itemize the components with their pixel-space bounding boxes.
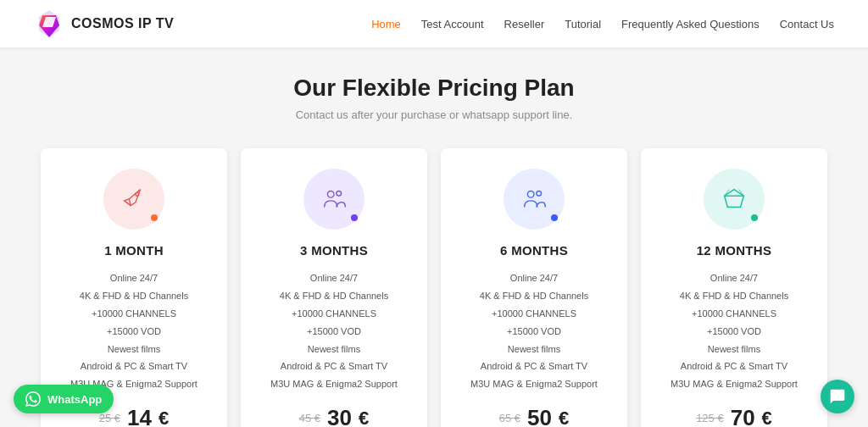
svg-point-4 [327, 191, 334, 198]
whatsapp-icon [25, 391, 41, 407]
plan-card-6months: 6 MONTHSOnline 24/74K & FHD & HD Channel… [441, 148, 627, 427]
plan-card-12months: 12 MONTHSOnline 24/74K & FHD & HD Channe… [641, 148, 827, 427]
feature-item: +15000 VOD [54, 323, 214, 341]
price-old: 25 € [99, 412, 120, 424]
feature-item: 4K & FHD & HD Channels [54, 287, 214, 305]
feature-item: Android & PC & Smart TV [54, 358, 214, 375]
feature-item: Newest films [454, 341, 614, 358]
plan-features-3months: Online 24/74K & FHD & HD Channels+10000 … [254, 269, 414, 393]
plans-section: 1 MONTHOnline 24/74K & FHD & HD Channels… [0, 135, 868, 427]
svg-point-6 [527, 191, 534, 198]
feature-item: M3U MAG & Enigma2 Support [654, 375, 814, 393]
plan-name-3months: 3 MONTHS [254, 243, 414, 258]
price-old: 45 € [299, 412, 320, 424]
plan-card-3months: 3 MONTHSOnline 24/74K & FHD & HD Channel… [241, 148, 427, 427]
feature-item: Android & PC & Smart TV [654, 358, 814, 375]
price-new: 14 [127, 405, 152, 427]
feature-item: Newest films [254, 341, 414, 358]
price-old: 65 € [499, 412, 520, 424]
hero-section: Our Flexible Pricing Plan Contact us aft… [0, 47, 868, 135]
feature-item: Android & PC & Smart TV [454, 358, 614, 375]
feature-item: Android & PC & Smart TV [254, 358, 414, 375]
plan-features-1month: Online 24/74K & FHD & HD Channels+10000 … [54, 269, 214, 393]
feature-item: Newest films [654, 341, 814, 358]
nav-link-test-account[interactable]: Test Account [421, 18, 484, 30]
logo-icon [34, 8, 64, 39]
price-currency: € [559, 408, 569, 427]
feature-item: 4K & FHD & HD Channels [654, 287, 814, 305]
feature-item: 4K & FHD & HD Channels [254, 287, 414, 305]
feature-item: Newest films [54, 341, 214, 358]
price-old: 125 € [696, 412, 724, 424]
svg-point-7 [537, 191, 542, 197]
whatsapp-label: WhatsApp [47, 393, 102, 406]
price-row-12months: 125 €70€ [654, 405, 814, 427]
price-new: 50 [527, 405, 552, 427]
nav-links: HomeTest AccountResellerTutorialFrequent… [371, 16, 834, 31]
price-currency: € [762, 408, 772, 427]
whatsapp-button[interactable]: WhatsApp [14, 385, 114, 413]
feature-item: M3U MAG & Enigma2 Support [454, 375, 614, 393]
feature-item: Online 24/7 [654, 269, 814, 287]
price-currency: € [359, 408, 369, 427]
feature-item: M3U MAG & Enigma2 Support [254, 375, 414, 393]
navbar: COSMOS IP TV HomeTest AccountResellerTut… [0, 0, 868, 47]
feature-item: +10000 CHANNELS [54, 305, 214, 323]
svg-point-3 [136, 192, 139, 196]
feature-item: +10000 CHANNELS [654, 305, 814, 323]
nav-link-contact-us[interactable]: Contact Us [780, 18, 834, 30]
nav-link-tutorial[interactable]: Tutorial [565, 18, 601, 30]
feature-item: Online 24/7 [254, 269, 414, 287]
logo-text: COSMOS IP TV [71, 16, 174, 31]
nav-link-reseller[interactable]: Reseller [504, 18, 545, 30]
chat-icon [829, 388, 846, 405]
plan-name-1month: 1 MONTH [54, 243, 214, 258]
logo: COSMOS IP TV [34, 8, 174, 39]
feature-item: +15000 VOD [654, 323, 814, 341]
feature-item: Online 24/7 [54, 269, 214, 287]
plan-name-12months: 12 MONTHS [654, 243, 814, 258]
price-new: 30 [327, 405, 352, 427]
feature-item: +10000 CHANNELS [454, 305, 614, 323]
plan-icon-1month [103, 169, 164, 230]
feature-item: +10000 CHANNELS [254, 305, 414, 323]
price-currency: € [159, 408, 169, 427]
price-row-6months: 65 €50€ [454, 405, 614, 427]
nav-link-frequently-asked-questions[interactable]: Frequently Asked Questions [621, 18, 760, 30]
price-new: 70 [731, 405, 755, 427]
feature-item: +15000 VOD [454, 323, 614, 341]
feature-item: Online 24/7 [454, 269, 614, 287]
plan-name-6months: 6 MONTHS [454, 243, 614, 258]
chat-bubble-button[interactable] [821, 380, 854, 413]
hero-subtitle: Contact us after your purchase or whatsa… [17, 108, 851, 121]
plan-icon-6months [504, 169, 565, 230]
plan-icon-3months [303, 169, 364, 230]
page-title: Our Flexible Pricing Plan [17, 75, 851, 102]
plan-features-6months: Online 24/74K & FHD & HD Channels+10000 … [454, 269, 614, 393]
plan-icon-12months [704, 169, 765, 230]
svg-point-5 [337, 191, 342, 197]
feature-item: 4K & FHD & HD Channels [454, 287, 614, 305]
nav-link-home[interactable]: Home [371, 18, 401, 30]
plan-features-12months: Online 24/74K & FHD & HD Channels+10000 … [654, 269, 814, 393]
feature-item: +15000 VOD [254, 323, 414, 341]
price-row-3months: 45 €30€ [254, 405, 414, 427]
